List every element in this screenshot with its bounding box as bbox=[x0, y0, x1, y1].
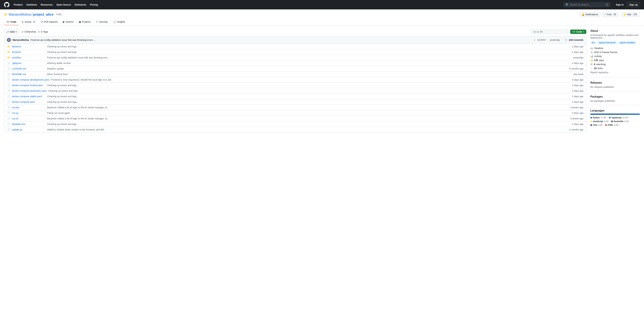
fork-button[interactable]: ⑂ Fork 29 bbox=[602, 12, 619, 17]
file-link[interactable]: run.sh bbox=[12, 117, 18, 120]
commit-sha-link[interactable]: 0a2846d bbox=[537, 39, 546, 41]
commit-author-name[interactable]: MarianoMolina bbox=[12, 39, 29, 41]
file-icon: 📄 bbox=[7, 112, 10, 114]
file-icon: 📄 bbox=[7, 78, 10, 81]
file-name-cell: docker-compose.yaml bbox=[12, 101, 46, 103]
file-link[interactable]: update.py bbox=[12, 128, 22, 131]
file-time-cell: 2 days ago bbox=[565, 51, 584, 53]
file-name-cell: template.env bbox=[12, 123, 46, 125]
tab-code[interactable]: <> Code bbox=[4, 19, 19, 25]
languages-bar bbox=[590, 114, 640, 115]
file-link[interactable]: docker-compose.development.yaml bbox=[12, 78, 49, 81]
file-link[interactable]: run.py bbox=[12, 112, 18, 114]
tab-actions[interactable]: ▶ Actions bbox=[60, 19, 76, 25]
tab-pullrequests[interactable]: ⇄ Pull requests bbox=[38, 19, 60, 25]
star-button[interactable]: ⭐ Star 178 bbox=[621, 12, 640, 17]
releases-section: Releases No releases published bbox=[590, 81, 640, 91]
file-icon: 📄 bbox=[7, 62, 10, 65]
tab-insights[interactable]: 📈 Insights bbox=[110, 19, 128, 25]
signup-button[interactable]: Sign up bbox=[627, 2, 640, 7]
file-row: 📁 backend Cleaning up issues and logs. 2… bbox=[4, 44, 586, 49]
file-icon: 📄 bbox=[7, 90, 10, 92]
tab-security[interactable]: 🛡 Security bbox=[93, 19, 110, 25]
lang-item-css: CSS 0.0% bbox=[590, 124, 602, 126]
lang-bar-python bbox=[590, 114, 629, 115]
file-link[interactable]: docker-compose.stable.yaml bbox=[12, 95, 42, 98]
languages-title: Languages bbox=[590, 109, 640, 112]
file-commit-cell: Frontend is now responsive. Moved the lo… bbox=[51, 78, 563, 81]
file-commit-cell: Fixing run script again bbox=[47, 112, 563, 114]
releases-empty-text: No releases published bbox=[590, 86, 640, 88]
tag-agentic-framework[interactable]: agentic-framework bbox=[597, 41, 617, 44]
readme-link[interactable]: 📖 Readme bbox=[590, 46, 640, 50]
tag-agentic-workflow[interactable]: agentic-workflow bbox=[618, 41, 636, 44]
tab-issues-label: Issues bbox=[25, 21, 31, 23]
packages-section: Packages No packages published bbox=[590, 95, 640, 105]
nav-opensource[interactable]: Open Source bbox=[55, 2, 72, 7]
nav-resources[interactable]: Resources bbox=[39, 2, 54, 7]
activity-link[interactable]: 📊 Activity bbox=[590, 54, 640, 58]
code-button[interactable]: <> Code ▾ bbox=[570, 30, 586, 34]
lang-item-dockerfile: Dockerfile 0.1% bbox=[611, 120, 629, 123]
commits-count-link[interactable]: 240 Commits bbox=[569, 39, 584, 41]
watching-stat: 👁 6 watching bbox=[590, 62, 640, 66]
tab-security-label: Security bbox=[99, 21, 108, 23]
tags-link[interactable]: 🏷 0 Tags bbox=[38, 30, 48, 33]
repo-owner-link[interactable]: MarianoMolina bbox=[9, 13, 31, 17]
commit-author-avatar: M bbox=[7, 38, 11, 42]
file-link[interactable]: README.md bbox=[12, 73, 26, 76]
file-link[interactable]: run.bat bbox=[12, 106, 19, 109]
lang-pct-python: 77.4% bbox=[600, 117, 606, 119]
file-name-cell: backend bbox=[12, 45, 46, 48]
file-icon: 📄 bbox=[7, 84, 10, 87]
repo-header: 📁 MarianoMolina / project_alice Public 🔔… bbox=[0, 10, 644, 25]
file-row: 📄 run.py Fixing run script again 5 days … bbox=[4, 110, 586, 116]
nav-product[interactable]: Product bbox=[12, 2, 24, 7]
license-icon: ⚖ bbox=[590, 51, 593, 54]
search-container[interactable]: 🔍 Search or jump to... / bbox=[564, 2, 610, 7]
security-tab-icon: 🛡 bbox=[96, 21, 98, 23]
file-link[interactable]: docker-compose.production.yaml bbox=[12, 90, 46, 92]
commit-time-text: yesterday bbox=[550, 39, 560, 41]
file-link[interactable]: LICENSE.md bbox=[12, 67, 26, 70]
commit-time-separator: · bbox=[548, 39, 548, 41]
file-commit-cell: Cleaning up issues and logs. bbox=[47, 101, 563, 103]
license-link[interactable]: ⚖ BSD-3-Clause license bbox=[590, 50, 640, 54]
main-content: ⎇ main ▾ ⎇ 3 Branches 🏷 0 Tags <> Code ▾ bbox=[0, 25, 644, 137]
nav-enterprise[interactable]: Enterprise bbox=[73, 2, 88, 7]
nav-solutions[interactable]: Solutions bbox=[25, 2, 39, 7]
code-button-chevron: ▾ bbox=[583, 31, 584, 33]
file-link[interactable]: frontend bbox=[12, 51, 20, 53]
branches-link[interactable]: ⎇ 3 Branches bbox=[21, 30, 36, 33]
fork-icon: ⑂ bbox=[604, 13, 606, 16]
signin-link[interactable]: Sign in bbox=[614, 3, 626, 7]
branch-selector[interactable]: ⎇ main ▾ bbox=[4, 29, 19, 34]
file-icon: 📄 bbox=[7, 128, 10, 131]
tab-issues[interactable]: ⊙ Issues 2 bbox=[19, 19, 38, 25]
repo-header-top: 📁 MarianoMolina / project_alice Public 🔔… bbox=[4, 12, 640, 17]
file-link[interactable]: docker-compose.hosted.yaml bbox=[12, 84, 42, 87]
file-link[interactable]: template.env bbox=[12, 123, 25, 125]
file-commit-cell: Backend: Added a bit of logic to the lm … bbox=[47, 106, 563, 109]
tab-projects[interactable]: ▦ Projects bbox=[76, 19, 93, 25]
file-row: 📄 docker-compose.production.yaml Cleanin… bbox=[4, 88, 586, 94]
tag-llm[interactable]: llm bbox=[590, 41, 596, 44]
file-link[interactable]: docker-compose.yaml bbox=[12, 101, 35, 103]
report-repository-link[interactable]: Report repository bbox=[590, 70, 640, 74]
file-row: 📄 update.py Added a module share section… bbox=[4, 127, 586, 132]
file-link[interactable]: backend bbox=[12, 45, 21, 48]
goto-file-input[interactable] bbox=[531, 29, 568, 34]
file-link[interactable]: .gitignore bbox=[12, 62, 22, 65]
repo-visibility-badge: Public bbox=[55, 13, 64, 16]
github-logo[interactable] bbox=[4, 2, 10, 8]
lang-dot-dockerfile bbox=[611, 121, 613, 122]
notifications-label: Notifications bbox=[586, 13, 598, 16]
file-commit-cell: Cleaning up issues and logs. bbox=[47, 84, 563, 87]
notifications-button[interactable]: 🔔 Notifications bbox=[580, 12, 600, 17]
code-button-label: Code bbox=[576, 30, 582, 33]
tab-actions-label: Actions bbox=[66, 21, 74, 23]
file-link[interactable]: workflow bbox=[12, 56, 21, 59]
nav-pricing[interactable]: Pricing bbox=[88, 2, 100, 7]
lang-pct-javascript: 0.1% bbox=[604, 120, 608, 123]
repo-name-link[interactable]: project_alice bbox=[33, 13, 54, 17]
